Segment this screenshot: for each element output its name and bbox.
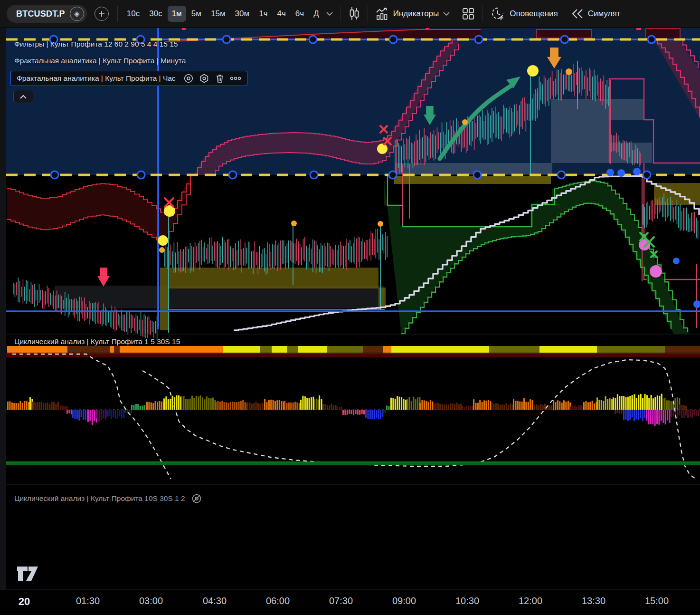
symbol-button[interactable]: BTCUSDT.P ◈ <box>7 5 87 23</box>
histogram-bar <box>333 405 334 410</box>
orange-signal-dot[interactable] <box>291 221 297 226</box>
top-toolbar: BTCUSDT.P ◈ 10с30с1м5м15м30м1ч4ч6чД Инди… <box>0 0 700 28</box>
timeframe-1м[interactable]: 1м <box>168 6 186 22</box>
histogram-bar <box>176 395 177 410</box>
pink-signal-circle[interactable] <box>650 265 662 278</box>
legend-fractal-hour-selected[interactable]: Фрактальная аналитика | Культ Профита | … <box>10 71 247 86</box>
drawing-anchor-point[interactable] <box>648 36 655 43</box>
histogram-bar <box>592 401 593 410</box>
drawing-anchor-point[interactable] <box>51 171 58 179</box>
histogram-bar <box>259 404 261 410</box>
add-symbol-button[interactable] <box>95 7 109 21</box>
yellow-signal-circle[interactable] <box>377 144 388 154</box>
drawing-anchor-point[interactable] <box>137 171 145 179</box>
blue-signal-dot[interactable] <box>606 169 614 176</box>
olive-zone-box[interactable] <box>394 176 551 184</box>
settings-gear-icon[interactable] <box>199 73 210 84</box>
histogram-bar <box>679 404 681 410</box>
histogram-bar <box>206 396 208 410</box>
histogram-bar <box>304 396 306 410</box>
drawing-anchor-point[interactable] <box>643 171 651 179</box>
histogram-bar <box>583 402 585 410</box>
toolbar-separator <box>117 6 118 22</box>
drawing-anchor-point[interactable] <box>389 36 397 43</box>
legend-cyclic-analysis-2[interactable]: Циклический анализ | Культ Профита 10S 3… <box>14 493 202 504</box>
timeframe-Д[interactable]: Д <box>309 6 323 22</box>
collapse-legend-button[interactable] <box>13 90 33 103</box>
drawing-anchor-point[interactable] <box>310 171 318 179</box>
histogram-bar <box>140 406 141 410</box>
timeframe-10с[interactable]: 10с <box>123 6 144 22</box>
legend-fractal-minute[interactable]: Фрактальная аналитика | Культ Профита | … <box>14 57 186 65</box>
drawing-anchor-point[interactable] <box>389 171 397 179</box>
histogram-bar <box>667 410 668 421</box>
orange-signal-dot[interactable] <box>378 221 383 227</box>
histogram-bar <box>611 399 613 410</box>
drawing-anchor-point[interactable] <box>229 171 236 179</box>
timeframe-30м[interactable]: 30м <box>231 6 254 22</box>
time-axis[interactable]: 2001:3003:0004:3006:0007:3009:0010:3012:… <box>0 590 700 615</box>
tradingview-logo[interactable] <box>16 565 39 585</box>
visibility-off-eye-icon[interactable] <box>191 493 202 504</box>
timeframe-30с[interactable]: 30с <box>145 6 166 22</box>
gray-zone-box[interactable] <box>551 143 652 163</box>
legend-cyclic-analysis-1[interactable]: Циклический анализ | Культ Профита 1 5 3… <box>14 337 180 346</box>
symbol-diamond-icon[interactable]: ◈ <box>70 7 84 21</box>
gray-zone-box[interactable] <box>551 99 644 120</box>
olive-zone-box[interactable] <box>160 268 169 330</box>
histogram-bar <box>685 406 687 410</box>
histogram-bar <box>464 407 465 410</box>
replay-simulator-button[interactable]: Симулят <box>568 9 624 19</box>
visibility-eye-icon[interactable] <box>183 73 194 84</box>
histogram-bar <box>419 403 421 410</box>
histogram-bar <box>215 402 217 410</box>
histogram-bar <box>108 410 110 416</box>
olive-zone-box[interactable] <box>169 268 378 288</box>
timeframe-15м[interactable]: 15м <box>207 6 230 22</box>
olive-zone-box[interactable] <box>378 288 386 308</box>
timeframe-dropdown[interactable] <box>323 12 336 16</box>
legend-filters[interactable]: Фильтры | Культ Профита 12 60 2 90 5 4 4… <box>14 40 178 48</box>
histogram-bar <box>37 402 38 410</box>
delete-trash-icon[interactable] <box>214 73 226 84</box>
alerts-button[interactable]: Оповещения <box>487 6 561 21</box>
timeframe-1ч[interactable]: 1ч <box>255 6 272 22</box>
histogram-bar <box>430 400 431 410</box>
blue-signal-dot[interactable] <box>673 258 680 264</box>
yellow-signal-circle[interactable] <box>158 235 168 246</box>
orange-signal-dot[interactable] <box>566 68 572 75</box>
drawing-anchor-point[interactable] <box>223 36 230 43</box>
layout-grid-button[interactable] <box>459 8 477 20</box>
chevron-down-icon <box>443 12 450 16</box>
chart-type-button[interactable] <box>346 7 363 21</box>
histogram-bar <box>276 400 278 410</box>
histogram-bar <box>625 397 626 410</box>
histogram-bar <box>28 402 29 410</box>
drawing-anchor-point[interactable] <box>309 36 317 43</box>
timeframe-4ч[interactable]: 4ч <box>273 6 290 22</box>
histogram-bar <box>89 410 91 421</box>
blue-signal-dot[interactable] <box>617 169 625 177</box>
histogram-bar <box>415 399 416 410</box>
histogram-bar <box>196 396 197 410</box>
histogram-bar <box>168 399 169 410</box>
orange-signal-dot[interactable] <box>159 247 165 253</box>
yellow-signal-circle[interactable] <box>527 65 539 77</box>
drawing-anchor-point[interactable] <box>561 36 568 43</box>
indicators-button[interactable]: Индикаторы <box>373 8 453 20</box>
chart-canvas[interactable] <box>0 28 700 615</box>
histogram-bar <box>395 399 396 410</box>
more-options-icon[interactable] <box>230 73 241 84</box>
blue-signal-dot[interactable] <box>633 168 641 175</box>
drawing-anchor-point[interactable] <box>473 171 481 179</box>
drawing-anchor-point[interactable] <box>558 171 565 179</box>
orange-signal-dot[interactable] <box>462 119 468 125</box>
timeframe-5м[interactable]: 5м <box>187 6 206 22</box>
timeframe-6ч[interactable]: 6ч <box>291 6 308 22</box>
histogram-bar <box>43 403 44 410</box>
gray-zone-box[interactable] <box>551 120 609 143</box>
histogram-bar <box>444 405 445 410</box>
replay-rewind-icon <box>571 9 584 19</box>
drawing-anchor-point[interactable] <box>475 36 482 43</box>
time-axis-label: 07:30 <box>329 596 353 606</box>
